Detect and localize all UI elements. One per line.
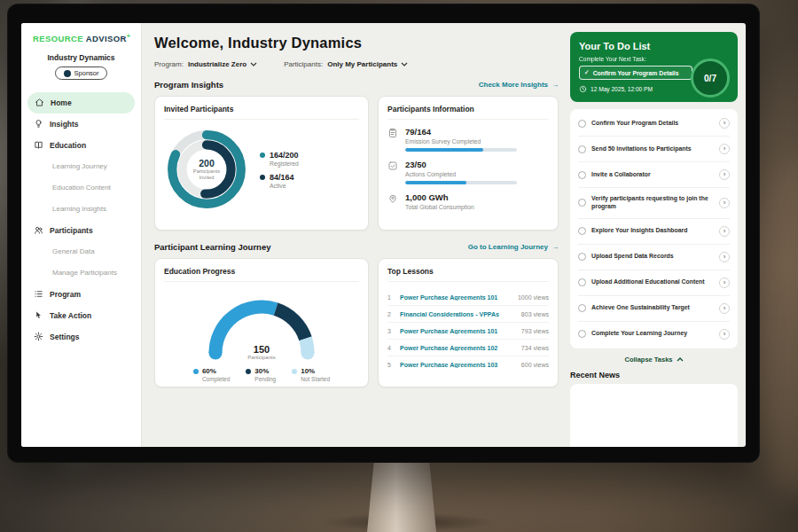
lesson-rank: 5 (387, 362, 394, 368)
program-filter[interactable]: Program: Industrialize Zero (154, 60, 257, 68)
task-row-upload-educational-content[interactable]: Upload Additional Educational Content› (578, 270, 730, 296)
legend-value: 30% (254, 367, 269, 375)
consumption-icon (387, 193, 398, 204)
task-row-verify-participants[interactable]: Verify participants requesting to join t… (578, 188, 730, 219)
legend-value: 10% (301, 367, 315, 375)
sidebar-item-home[interactable]: Home (27, 92, 135, 113)
todo-progress-ring: 0/7 (691, 59, 730, 98)
chevron-right-icon[interactable]: › (719, 198, 730, 208)
task-row-explore-insights[interactable]: Explore Your Insights Dashboard› (578, 219, 730, 245)
legend-item-completed: 60% Completed (193, 367, 230, 382)
task-row-invite-collaborator[interactable]: Invite a Collaborator› (578, 162, 730, 188)
sidebar-item-learning-insights[interactable]: Learning Insights (21, 199, 141, 220)
chevron-right-icon[interactable]: › (719, 144, 730, 154)
lesson-link[interactable]: Power Purchase Agreements 101 (400, 328, 515, 334)
stat-value: 1,000 GWh (405, 192, 474, 202)
legend-label: Active (270, 183, 294, 189)
monitor-stand (367, 461, 436, 532)
check-more-insights-link[interactable]: Check More Insights → (479, 81, 559, 89)
sidebar-item-label: Learning Insights (52, 205, 106, 213)
legend-dot (292, 369, 297, 374)
arrow-right-icon: → (552, 243, 559, 251)
task-row-send-invitations[interactable]: Send 50 Invitations to Participants› (578, 137, 730, 162)
task-row-complete-learning-journey[interactable]: Complete Your Learning Journey› (578, 322, 730, 347)
lesson-link[interactable]: Power Purchase Agreements 101 (400, 294, 512, 301)
todo-hero-card: Your To Do List Complete Your Next Task:… (570, 32, 738, 102)
chevron-right-icon[interactable]: › (719, 303, 730, 314)
task-row-upload-spend-data[interactable]: Upload Spend Data Records› (578, 245, 730, 270)
task-row-confirm-program[interactable]: Confirm Your Program Details› (578, 111, 730, 137)
chevron-right-icon[interactable]: › (719, 118, 730, 129)
sidebar-item-learning-journey[interactable]: Learning Journey (21, 156, 141, 177)
legend-item-not-started: 10% Not Started (292, 367, 330, 382)
program-insights-cards: Invited Participants (154, 96, 559, 231)
go-to-learning-journey-link[interactable]: Go to Learning Journey → (468, 243, 559, 251)
invited-participants-card: Invited Participants (154, 96, 369, 231)
lesson-link[interactable]: Financial Considerations - VPPAs (400, 311, 515, 317)
app-logo: RESOURCE ADVISOR+ (21, 33, 141, 43)
education-progress-card: Education Progress 150 (154, 258, 369, 387)
sidebar-item-participants[interactable]: Participants (21, 220, 141, 241)
task-checkbox[interactable] (578, 199, 586, 207)
task-checkbox[interactable] (578, 304, 586, 312)
legend-label: Not Started (301, 376, 330, 382)
task-label: Verify participants requesting to join t… (591, 195, 714, 211)
sidebar-item-take-action[interactable]: Take Action (21, 305, 141, 326)
progress-bar (405, 148, 517, 152)
program-insights-section-header: Program Insights Check More Insights → (154, 80, 559, 90)
program-filter-value: Industrialize Zero (188, 60, 246, 68)
page-title: Welcome, Industry Dynamics (154, 35, 559, 51)
sidebar-item-insights[interactable]: Insights (21, 113, 141, 135)
task-checkbox[interactable] (578, 120, 586, 128)
stat-label: Actions Completed (405, 171, 517, 177)
next-task-pill[interactable]: ✓ Confirm Your Program Details (579, 66, 692, 80)
card-title: Top Lessons (387, 267, 549, 282)
gauge-center-label: Participants (195, 355, 328, 360)
sidebar-item-education-content[interactable]: Education Content (21, 177, 141, 199)
sidebar-item-education[interactable]: Education (21, 135, 141, 156)
collapse-tasks-link[interactable]: Collapse Tasks (570, 348, 738, 367)
card-title: Invited Participants (164, 105, 359, 120)
stat-actions-completed: 23/50 Actions Completed (387, 160, 549, 184)
arrow-right-icon: → (552, 81, 559, 89)
task-row-achieve-target[interactable]: Achieve One Sustainability Target› (578, 296, 730, 322)
task-checkbox[interactable] (578, 278, 586, 286)
sidebar-item-manage-participants[interactable]: Manage Participants (21, 262, 141, 284)
task-checkbox[interactable] (578, 171, 586, 179)
lesson-rank: 1 (387, 294, 394, 301)
check-icon: ✓ (584, 69, 590, 76)
chevron-right-icon[interactable]: › (719, 169, 730, 180)
chevron-right-icon[interactable]: › (719, 252, 730, 262)
sidebar-item-program[interactable]: Program (21, 284, 141, 305)
task-checkbox[interactable] (578, 330, 586, 338)
sidebar-item-label: Participants (50, 226, 93, 235)
sidebar-item-settings[interactable]: Settings (21, 326, 141, 348)
task-checkbox[interactable] (578, 253, 586, 261)
survey-icon (387, 128, 398, 138)
lesson-views: 803 views (521, 311, 549, 317)
chevron-right-icon[interactable]: › (719, 329, 730, 340)
take-action-icon (34, 310, 43, 320)
task-checkbox[interactable] (578, 145, 586, 153)
gauge-center-value: 150 (195, 344, 328, 355)
program-icon (34, 289, 43, 299)
task-list: Confirm Your Program Details› Send 50 In… (570, 109, 738, 348)
card-title: Participants Information (387, 105, 549, 120)
task-checkbox[interactable] (578, 227, 586, 235)
sidebar-item-general-data[interactable]: General Data (21, 241, 141, 262)
lesson-rank: 2 (387, 311, 394, 317)
legend-label: Pending (254, 376, 276, 382)
clock-icon (579, 85, 587, 93)
participants-filter[interactable]: Participants: Only My Participants (284, 60, 408, 68)
lesson-link[interactable]: Power Purchase Agreements 103 (400, 362, 515, 368)
chevron-right-icon[interactable]: › (719, 226, 730, 237)
todo-title: Your To Do List (579, 41, 729, 51)
sponsor-badge[interactable]: Sponsor (55, 66, 108, 80)
chevron-right-icon[interactable]: › (719, 278, 730, 288)
link-label: Go to Learning Journey (468, 243, 548, 251)
education-icon (34, 140, 43, 150)
lesson-link[interactable]: Power Purchase Agreements 102 (400, 345, 515, 351)
todo-progress-value: 0/7 (704, 74, 716, 83)
sidebar-item-label: General Data (52, 247, 95, 255)
photo-scene: RESOURCE ADVISOR+ Industry Dynamics Spon… (0, 0, 798, 532)
